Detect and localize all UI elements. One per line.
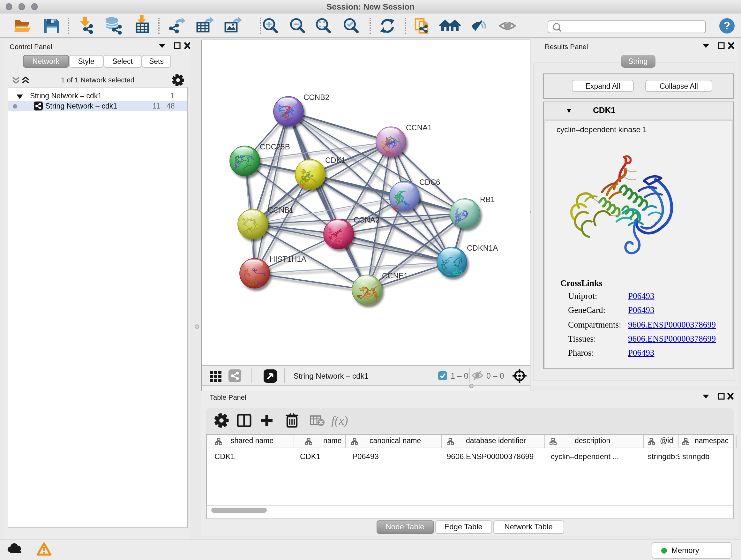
svg-text:CDKN1A: CDKN1A: [467, 244, 497, 252]
svg-text:CCNB2: CCNB2: [303, 93, 329, 102]
svg-text:HIST1H1A: HIST1H1A: [269, 255, 306, 263]
svg-text:f(x): f(x): [331, 414, 348, 427]
svg-text:RB1: RB1: [480, 195, 495, 204]
svg-text:0 – 0: 0 – 0: [486, 371, 504, 380]
svg-text:CCNA2: CCNA2: [353, 215, 379, 224]
svg-text:CDC25B: CDC25B: [259, 142, 290, 151]
svg-text:CCNA1: CCNA1: [406, 123, 431, 132]
svg-text:?: ?: [724, 19, 731, 32]
svg-text:CCNE1: CCNE1: [382, 271, 408, 280]
svg-text:CDK1: CDK1: [325, 156, 345, 165]
svg-text:1 – 0: 1 – 0: [450, 371, 468, 380]
svg-text:String Network – cdk1: String Network – cdk1: [293, 372, 368, 380]
svg-text:CCNB1: CCNB1: [267, 206, 293, 214]
svg-text:CDC6: CDC6: [419, 178, 440, 186]
